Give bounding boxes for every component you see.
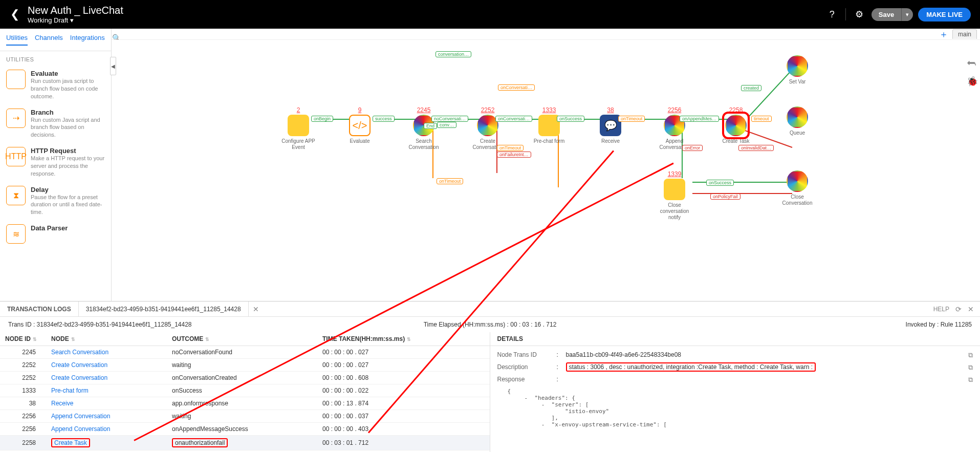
make-live-button[interactable]: MAKE LIVE	[918, 8, 971, 21]
node-count[interactable]: 2	[297, 106, 300, 114]
cell-time: 00 : 00 : 00 . 022	[317, 384, 490, 397]
node-count[interactable]: 2245	[417, 106, 431, 114]
col-node[interactable]: NODE⇅	[46, 332, 167, 346]
flow-node[interactable]: 9</>Evaluate	[339, 106, 380, 144]
transaction-tab[interactable]: 31834ef2-bd23-4959-b351-9419441ee6f1_112…	[78, 302, 249, 316]
sidebar-collapse-button[interactable]: ◀	[110, 57, 116, 75]
flow-node[interactable]: 1339Close conversation notify	[654, 170, 695, 221]
debug-icon[interactable]: 🐞	[967, 76, 977, 86]
node-link[interactable]: Create Task	[51, 438, 90, 447]
node-box[interactable]: </>	[349, 115, 371, 136]
transaction-log-panel: TRANSACTION LOGS 31834ef2-bd23-4959-b351…	[0, 301, 980, 452]
flow-node[interactable]: Set Var	[777, 55, 818, 85]
cell-time: 00 : 03 : 01 . 712	[317, 436, 490, 450]
copy-icon[interactable]: ⧉	[957, 351, 973, 359]
settings-icon[interactable]: ⚙	[852, 7, 866, 21]
utility-item[interactable]: HTTPHTTP RequestMake a HTTP request to y…	[0, 143, 111, 182]
table-row[interactable]: 2252Create Conversationwaiting00 : 00 : …	[0, 359, 490, 372]
share-icon[interactable]: ⮪	[967, 58, 977, 69]
tab-integrations[interactable]: Integrations	[70, 34, 105, 46]
flow-node[interactable]: 2258Create Task	[715, 106, 756, 144]
edge-label: onTimeout	[437, 178, 463, 184]
caret-down-icon: ▾	[70, 16, 74, 25]
save-dropdown-button[interactable]: ▾	[901, 8, 913, 21]
tab-utilities[interactable]: Utilities	[6, 34, 28, 46]
draft-status-dropdown[interactable]: Working Draft ▾	[28, 16, 123, 25]
utility-name: Branch	[31, 109, 105, 116]
detail-row: Response:⧉	[497, 376, 973, 384]
node-count[interactable]: 1339	[668, 170, 682, 178]
node-link[interactable]: Create Conversation	[51, 374, 107, 381]
utility-item[interactable]: ≋Data Parser	[0, 220, 111, 248]
close-tab-icon[interactable]: ✕	[253, 305, 259, 313]
add-flow-icon[interactable]: ＋	[939, 28, 948, 40]
edge-label: onConversati…	[495, 116, 532, 122]
edge-label: onAppendMes…	[680, 116, 719, 122]
table-row[interactable]: 1333Pre-chat formonSuccess00 : 00 : 00 .…	[0, 384, 490, 397]
refresh-icon[interactable]: ⟳	[955, 305, 962, 313]
node-link[interactable]: Create Conversation	[51, 361, 107, 369]
flow-node[interactable]: 38💬Receive	[590, 106, 631, 144]
node-count[interactable]: 38	[607, 106, 614, 114]
node-box[interactable]	[787, 170, 808, 192]
node-count[interactable]: 2256	[668, 106, 682, 114]
node-label: Close conversation notify	[654, 202, 695, 221]
utility-item[interactable]: EvaluateRun custom java script to branch…	[0, 66, 111, 104]
node-link[interactable]: Pre-chat form	[51, 387, 89, 394]
node-link[interactable]: Append Conversation	[51, 425, 110, 433]
table-row[interactable]: 2258Create Taskonauthorizationfail00 : 0…	[0, 436, 490, 450]
utility-desc: Pause the flow for a preset duration or …	[31, 193, 105, 217]
flow-node[interactable]: 2256Append Conversation	[654, 106, 695, 150]
close-panel-icon[interactable]: ✕	[968, 305, 974, 313]
table-row[interactable]: 2256Append ConversationonAppendMessageSu…	[0, 423, 490, 436]
table-row[interactable]: 2256Append Conversationwaiting00 : 00 : …	[0, 410, 490, 423]
flow-node[interactable]: 2Configure APP Event	[278, 106, 319, 150]
save-button[interactable]: Save	[872, 8, 901, 21]
help-icon[interactable]: ?	[825, 7, 839, 21]
table-row[interactable]: 2245Search ConversationnoConversationFou…	[0, 346, 490, 359]
node-box[interactable]	[787, 106, 808, 128]
back-button[interactable]: ❮	[9, 9, 20, 20]
cell-outcome: noConversationFound	[167, 346, 317, 359]
node-link[interactable]: Append Conversation	[51, 413, 110, 420]
col-node-id[interactable]: NODE ID⇅	[0, 332, 46, 346]
node-count[interactable]: 9	[358, 106, 362, 114]
edge-label: onSuccess	[557, 116, 584, 122]
page-title: New Auth _ LiveChat	[28, 4, 123, 16]
node-link[interactable]: Search Conversation	[51, 349, 108, 356]
node-label: Configure APP Event	[278, 138, 319, 150]
edge-label: onPolicyFail	[710, 193, 741, 200]
help-link[interactable]: HELP	[933, 306, 949, 313]
flow-node[interactable]: 2252Create Conversation	[467, 106, 508, 150]
node-box[interactable]	[787, 55, 808, 77]
node-label: Set Var	[789, 79, 806, 85]
copy-icon[interactable]: ⧉	[957, 376, 973, 384]
top-bar: ❮ New Auth _ LiveChat Working Draft ▾ ? …	[0, 0, 980, 29]
log-table: NODE ID⇅ NODE⇅ OUTCOME⇅ TIME TAKEN(HH:mm…	[0, 332, 490, 450]
flow-node[interactable]: 1333Pre-chat form	[529, 106, 570, 144]
detail-key: Response	[497, 376, 554, 383]
node-box[interactable]	[664, 179, 685, 200]
utility-item[interactable]: ⧗DelayPause the flow for a preset durati…	[0, 182, 111, 221]
tab-channels[interactable]: Channels	[35, 34, 63, 46]
flow-tab-main[interactable]: main	[952, 29, 977, 39]
node-link[interactable]: Receive	[51, 400, 73, 407]
node-count[interactable]: 2252	[481, 106, 495, 114]
table-row[interactable]: 38Receiveapp.onformresponse00 : 00 : 13 …	[0, 397, 490, 410]
utility-item[interactable]: ⇢BranchRun custom Java script and branch…	[0, 104, 111, 143]
node-box[interactable]	[725, 115, 747, 136]
detail-value: baa5a11b-cb09-4f49-a6e6-22548334be08	[566, 351, 955, 358]
flow-node[interactable]: Close Conversation	[777, 170, 818, 206]
flow-node[interactable]: Queue	[777, 106, 818, 136]
copy-icon[interactable]: ⧉	[957, 363, 973, 372]
col-time[interactable]: TIME TAKEN(HH:mm:ss.ms)⇅	[317, 332, 490, 346]
cell-node-id: 2256	[0, 410, 46, 423]
cell-time: 00 : 00 : 00 . 037	[317, 410, 490, 423]
cell-node-id: 2256	[0, 423, 46, 436]
node-label: Search Conversation	[403, 138, 444, 150]
col-outcome[interactable]: OUTCOME⇅	[167, 332, 317, 346]
node-box[interactable]	[288, 115, 309, 136]
node-count[interactable]: 1333	[542, 106, 556, 114]
table-row[interactable]: 2252Create ConversationonConversationCre…	[0, 372, 490, 384]
cell-time: 00 : 00 : 13 . 874	[317, 397, 490, 410]
